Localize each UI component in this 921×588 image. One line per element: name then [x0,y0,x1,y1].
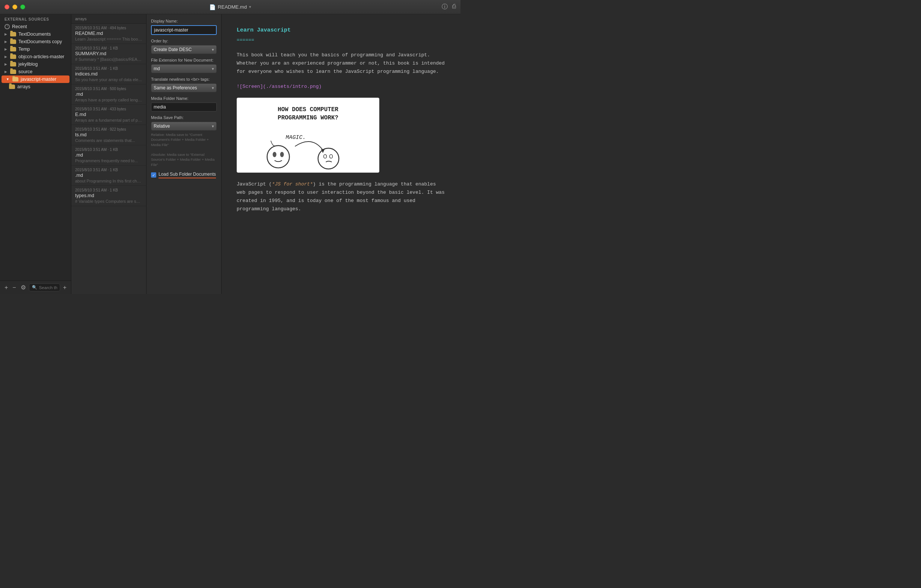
chevron-down-icon[interactable]: ▾ [249,5,251,10]
search-bar: 🔍 [29,284,60,291]
gear-button[interactable]: ⚙ [19,283,28,292]
close-button[interactable] [5,5,10,10]
svg-text:MAGIC.: MAGIC. [286,135,306,140]
file-meta: 2015/8/10 3:51 AM · 1 KB [75,188,142,192]
folder-icon [10,54,16,59]
file-name: SUMMARY.md [75,51,142,56]
sidebar-item-recent[interactable]: Recent [0,23,71,31]
sidebar-item-label: arrays [17,84,31,89]
list-item[interactable]: 2015/8/10 3:51 AM · 1 KB indices.md So y… [72,64,146,84]
sidebar-item-label: Recent [12,24,27,29]
chevron-down-icon: ▼ [6,77,10,81]
svg-point-5 [280,152,284,158]
chevron-right-icon: ▶ [5,47,7,51]
sidebar-item-javascript-master[interactable]: ▼ javascript-master [2,75,70,83]
file-name: E.md [75,112,142,117]
file-meta: 2015/8/10 3:51 AM · 1 KB [75,148,142,152]
media-folder-label: Media Folder Name: [151,96,217,101]
sidebar-item-source[interactable]: ▶ source [0,68,71,75]
folder-icon [10,47,16,52]
folder-icon [9,84,15,89]
file-meta: 2015/8/10 3:51 AM · 1 KB [75,46,142,50]
add-file-button[interactable]: + [62,284,68,292]
info-icon[interactable]: ⓘ [442,3,448,11]
list-item[interactable]: 2015/8/10 3:51 AM · 494 bytes README.md … [72,24,146,44]
chevron-right-icon: ▶ [5,62,7,66]
remove-folder-button[interactable]: − [11,284,17,292]
load-sub-folder-checkbox[interactable] [151,172,156,178]
file-preview: # Summary * [Basics](basics/README.md)..… [75,57,142,62]
file-meta: 2015/8/10 3:51 AM · 1 KB [75,67,142,71]
translate-newlines-select[interactable]: Same as Preferences Yes No [151,83,217,93]
sidebar-item-label: TextDocuments copy [18,39,62,44]
list-item[interactable]: 2015/8/10 3:51 AM · 1 KB .md about Progr… [72,166,146,186]
sidebar-spacer [0,91,71,281]
svg-point-3 [267,146,289,168]
display-name-input[interactable] [151,25,217,35]
content-para-2: JavaScript (*JS for short*) is the progr… [237,180,446,213]
list-item[interactable]: 2015/8/10 3:51 AM · 1 KB SUMMARY.md # Su… [72,44,146,64]
media-folder-input[interactable] [151,102,217,112]
file-meta: 2015/8/10 3:51 AM · 1 KB [75,168,142,172]
sidebar: EXTERNAL SOURCES Recent ▶ TextDocuments … [0,14,72,294]
media-hint-text: Relative: Media save to "Current Documen… [151,132,217,167]
content-para-1: This book will teach you the basics of p… [237,51,446,76]
file-meta: 2015/8/10 3:51 AM · 500 bytes [75,87,142,91]
clock-icon [5,24,10,29]
list-item[interactable]: 2015/8/10 3:51 AM · 500 bytes .md Arrays… [72,84,146,105]
chevron-right-icon: ▶ [5,55,7,58]
inline-highlight: *JS for short* [272,181,313,187]
sidebar-item-textdocuments-copy[interactable]: ▶ TextDocuments copy [0,38,71,45]
order-by-select[interactable]: Create Date DESC Create Date ASC Name AS… [151,45,217,54]
file-preview: Comments are statements that... [75,138,142,143]
folder-icon [10,62,16,67]
sidebar-item-temp[interactable]: ▶ Temp [0,45,71,53]
titlebar: 📄 README.md ▾ ⓘ ⎙ [0,0,460,14]
content-area: Learn Javascript ====== This book will t… [221,14,460,294]
svg-point-4 [273,152,277,158]
order-by-label: Order by: [151,39,217,43]
folder-header: arrays [72,14,146,24]
sidebar-item-objccn[interactable]: ▶ objccn-articles-master [0,53,71,60]
file-preview: So you have your array of data ele... [75,77,142,82]
chevron-right-icon: ▶ [5,32,7,36]
load-sub-folder-label: Load Sub Folder Documents [158,172,216,179]
sidebar-bottom-toolbar: + − ⚙ 🔍 + [0,281,71,294]
sidebar-item-jekyllblog[interactable]: ▶ jekyllblog [0,60,71,68]
sidebar-item-label: TextDocuments [18,31,51,37]
sidebar-item-textdocuments[interactable]: ▶ TextDocuments [0,31,71,38]
maximize-button[interactable] [20,5,25,10]
sidebar-item-arrays[interactable]: arrays [0,83,71,91]
search-input[interactable] [39,285,57,290]
svg-point-6 [318,148,339,169]
file-preview: about Programming In this first cha... [75,179,142,183]
file-ext-select[interactable]: md txt html markdown [151,64,217,73]
file-ext-select-wrapper: md txt html markdown [151,64,217,73]
folder-icon [10,70,16,74]
traffic-lights [5,5,25,10]
sidebar-item-label: Temp [18,47,30,52]
add-folder-button[interactable]: + [3,284,10,292]
svg-text:HOW DOES COMPUTER: HOW DOES COMPUTER [278,106,338,113]
minimize-button[interactable] [12,5,17,10]
content-image: HOW DOES COMPUTER PROGRAMMING WORK? MAGI… [237,97,379,173]
media-save-path-select[interactable]: Relative Absolute [151,122,217,131]
file-preview: Programmers frequently need to... [75,158,142,163]
list-item[interactable]: 2015/8/10 3:51 AM · 1 KB .md Programmers… [72,145,146,166]
list-item[interactable]: 2015/8/10 3:51 AM · 1 KB types.md # Vari… [72,186,146,206]
order-by-select-wrapper: Create Date DESC Create Date ASC Name AS… [151,45,217,54]
file-name: .md [75,173,142,178]
file-preview: Arrays have a property called lengt... [75,97,142,102]
share-icon[interactable]: ⎙ [452,3,456,11]
media-save-path-label: Media Save Path: [151,115,217,120]
sidebar-item-label: source [18,69,33,74]
content-image-link: ![Screen](./assets/intro.png) [237,83,446,91]
sidebar-header: EXTERNAL SOURCES [0,14,71,23]
list-item[interactable]: 2015/8/10 3:51 AM · 433 bytes E.md Array… [72,105,146,125]
search-icon: 🔍 [32,285,37,290]
file-name: types.md [75,193,142,198]
file-preview: # Variable types Computers are sophistic… [75,199,142,203]
list-item[interactable]: 2015/8/10 3:51 AM · 922 bytes ts.md Comm… [72,125,146,145]
translate-newlines-label: Translate newlines to <br> tags: [151,77,217,81]
svg-text:PROGRAMMING WORK?: PROGRAMMING WORK? [278,115,338,121]
